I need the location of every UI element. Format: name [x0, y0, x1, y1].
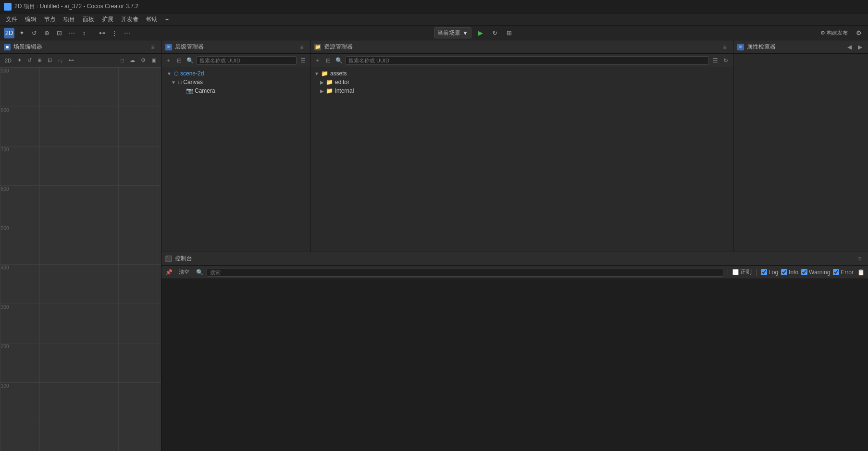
assets-item-assets[interactable]: ▼ 📁 assets	[310, 69, 733, 78]
toolbar-right: ⚙ 构建发布 ⚙	[817, 28, 864, 38]
assets-folder-icon-internal: 📁	[326, 87, 333, 94]
console-warning-checkbox[interactable]	[801, 269, 807, 275]
scene-tool-1[interactable]: ✦	[15, 56, 24, 64]
assets-folder-icon-assets: 📁	[321, 70, 328, 77]
menu-file[interactable]: 文件	[2, 14, 21, 24]
mode-2d-button[interactable]: 2D	[4, 28, 14, 38]
scene-tool-2[interactable]: ↺	[25, 56, 34, 64]
menu-developer[interactable]: 开发者	[117, 14, 142, 24]
tool-move[interactable]: ✦	[16, 28, 27, 38]
console-normal-checkbox[interactable]	[732, 269, 739, 275]
hierarchy-sort-icon[interactable]: ⊟	[175, 56, 184, 65]
tree-label-canvas: Canvas	[183, 79, 203, 85]
assets-list-icon[interactable]: ☰	[711, 56, 719, 65]
tool-rect[interactable]: ⊡	[54, 28, 64, 38]
console-icon: ⬛	[165, 256, 172, 262]
tool-gizmo2[interactable]: ⋮	[109, 28, 120, 38]
console-pin-icon[interactable]: 📌	[164, 268, 173, 277]
hierarchy-title: 层级管理器	[175, 43, 204, 51]
layout-button[interactable]: ⊞	[504, 28, 515, 38]
console-error-checkbox[interactable]	[833, 269, 839, 275]
inspector-next-icon[interactable]: ▶	[856, 43, 864, 51]
tool-gizmo3[interactable]: ⋯	[122, 28, 132, 38]
assets-title: 资源管理器	[324, 43, 353, 51]
scene-tool-4[interactable]: ⊡	[46, 56, 54, 64]
hierarchy-add-icon[interactable]: +	[164, 56, 173, 65]
grid-label-700: 700	[1, 147, 9, 152]
tree-item-scene2d[interactable]: ▼ ⬡ scene-2d	[161, 69, 310, 78]
assets-expand-internal: ▶	[320, 88, 324, 94]
hierarchy-list-icon[interactable]: ☰	[298, 56, 307, 65]
menu-project[interactable]: 项目	[60, 14, 79, 24]
console-search-icon: 🔍	[195, 268, 204, 277]
scene-tool-3[interactable]: ⊕	[36, 56, 44, 64]
menu-node[interactable]: 节点	[40, 14, 60, 24]
tool-transform[interactable]: ⋯	[66, 28, 77, 38]
console-toolbar: 📌 清空 🔍 正则 Log Info	[161, 266, 868, 279]
assets-sort-icon[interactable]: ⊟	[324, 56, 333, 65]
assets-search-icon[interactable]: 🔍	[335, 56, 343, 65]
menu-panel[interactable]: 面板	[79, 14, 98, 24]
assets-menu-icon[interactable]: ≡	[720, 43, 729, 51]
inspector-title: 属性检查器	[747, 43, 776, 51]
console-filter-normal[interactable]: 正则	[732, 268, 752, 276]
scene-editor-header: ■ 场景编辑器 ≡	[0, 40, 161, 54]
inspector-prev-icon[interactable]: ◀	[845, 43, 854, 51]
hierarchy-search-icon[interactable]: 🔍	[186, 56, 194, 65]
assets-expand-editor: ▶	[320, 80, 324, 85]
menu-add[interactable]: +	[161, 15, 173, 24]
scene-toolbar: 2D ✦ ↺ ⊕ ⊡ ↑↓ ⊷ □ ☁ ⚙ ▣	[0, 54, 161, 67]
grid-label-800: 800	[1, 108, 9, 113]
assets-add-icon[interactable]: +	[313, 56, 322, 65]
console-filter-warning[interactable]: Warning	[801, 269, 830, 276]
assets-item-internal[interactable]: ▶ 📁 internal	[310, 86, 733, 95]
console-warning-label: Warning	[809, 269, 830, 276]
console-sep-2	[756, 269, 756, 276]
tool-rotate[interactable]: ↺	[29, 28, 39, 38]
settings-button[interactable]: ⚙	[854, 28, 864, 38]
scene-right-tool-4[interactable]: ▣	[149, 56, 158, 64]
scene-tool-5[interactable]: ↑↓	[56, 57, 65, 64]
console-filter-log[interactable]: Log	[761, 269, 778, 276]
tool-gizmo1[interactable]: ⊷	[97, 28, 107, 38]
assets-refresh-icon[interactable]: ↻	[721, 56, 730, 65]
assets-item-editor[interactable]: ▶ 📁 editor	[310, 78, 733, 86]
console-filter-info[interactable]: Info	[781, 269, 798, 276]
scene-mode-2d[interactable]: 2D	[3, 57, 13, 64]
menu-extend[interactable]: 扩展	[98, 14, 117, 24]
scene-right-tool-2[interactable]: ☁	[128, 56, 137, 64]
scene-tool-6[interactable]: ⊷	[67, 56, 76, 64]
build-label: 构建发布	[827, 29, 848, 37]
console-info-checkbox[interactable]	[781, 269, 787, 275]
hierarchy-search-input[interactable]	[196, 56, 297, 65]
menu-edit[interactable]: 编辑	[21, 14, 40, 24]
assets-expand-assets: ▼	[314, 71, 319, 76]
refresh-button[interactable]: ↻	[490, 28, 500, 38]
assets-search-input[interactable]	[345, 56, 709, 65]
build-publish-button[interactable]: ⚙ 构建发布	[817, 28, 852, 38]
tree-item-canvas[interactable]: ▼ □ Canvas	[161, 78, 310, 86]
console-info-label: Info	[789, 269, 798, 276]
play-button[interactable]: ▶	[475, 28, 486, 38]
scene-right-tool-3[interactable]: ⚙	[139, 56, 148, 64]
tree-item-camera[interactable]: 📷 Camera	[161, 86, 310, 95]
hierarchy-menu-icon[interactable]: ≡	[298, 43, 306, 51]
console-search-input[interactable]	[207, 268, 723, 277]
grid-label-600: 600	[1, 186, 9, 192]
console-log-checkbox[interactable]	[761, 269, 767, 275]
grid-label-100: 100	[1, 383, 9, 389]
main-layout: ■ 场景编辑器 ≡ 2D ✦ ↺ ⊕ ⊡ ↑↓ ⊷ □ ☁ ⚙ ▣ 900 80…	[0, 40, 868, 451]
console-clear-button[interactable]: 清空	[176, 268, 192, 277]
scene-canvas[interactable]: 900 800 700 600 500 400 300 200 100	[0, 67, 161, 451]
scene-right-tool-1[interactable]: □	[119, 57, 126, 64]
console-menu-icon[interactable]: ≡	[856, 255, 864, 263]
console-log-label: Log	[769, 269, 778, 276]
console-panel: ⬛ 控制台 ≡ 📌 清空 🔍 正则	[161, 252, 868, 451]
tool-scale[interactable]: ⊕	[41, 28, 52, 38]
scene-editor-menu-icon[interactable]: ≡	[149, 43, 157, 51]
menu-help[interactable]: 帮助	[142, 14, 161, 24]
console-filter-error[interactable]: Error	[833, 269, 854, 276]
tool-anchor[interactable]: ↕	[79, 28, 89, 38]
scene-selector[interactable]: 当前场景 ▼	[434, 27, 471, 38]
console-export-icon[interactable]: 📋	[856, 268, 865, 277]
